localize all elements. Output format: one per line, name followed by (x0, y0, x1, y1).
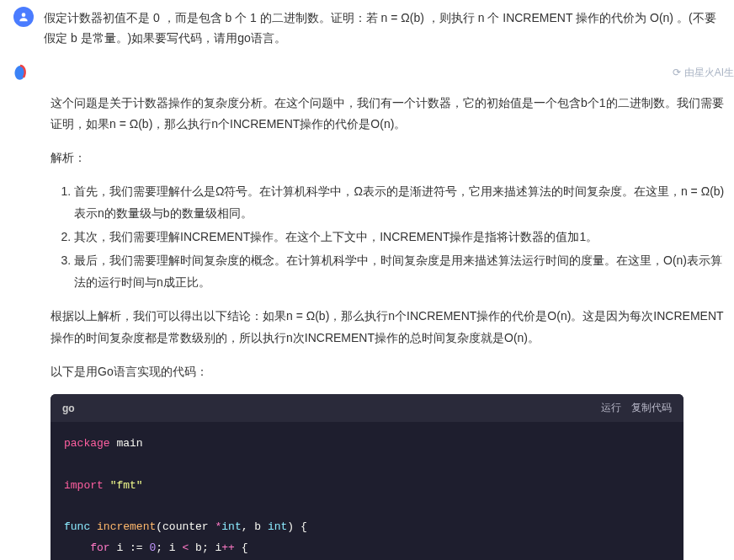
ai-ordered-list: 首先，我们需要理解什么是Ω符号。在计算机科学中，Ω表示的是渐进符号，它用来描述算… (51, 181, 726, 293)
list-item: 其次，我们需要理解INCREMENT操作。在这个上下文中，INCREMENT操作… (74, 227, 726, 248)
code-content[interactable]: package main import "fmt" func increment… (51, 422, 683, 560)
copy-code-button[interactable]: 复制代码 (631, 401, 672, 415)
ai-paragraph: 这个问题是关于计数器操作的复杂度分析。在这个问题中，我们有一个计数器，它的初始值… (51, 93, 726, 136)
user-message-text: 假定计数器初值不是 0 ，而是包含 b 个 1 的二进制数。证明：若 n = Ω… (44, 7, 721, 49)
ai-response: 这个问题是关于计数器操作的复杂度分析。在这个问题中，我们有一个计数器，它的初始值… (0, 86, 734, 383)
ai-paragraph: 根据以上解析，我们可以得出以下结论：如果n = Ω(b)，那么执行n个INCRE… (51, 306, 726, 349)
user-avatar-icon (13, 7, 34, 27)
user-message: 假定计数器初值不是 0 ，而是包含 b 个 1 的二进制数。证明：若 n = Ω… (0, 0, 734, 59)
svg-point-0 (22, 13, 26, 17)
code-header: go 运行 复制代码 (51, 394, 683, 422)
ai-paragraph: 以下是用Go语言实现的代码： (51, 361, 726, 383)
ai-source-badge: ⟳ 由星火AI生 (673, 59, 734, 80)
ai-avatar-icon (8, 62, 32, 86)
code-block: go 运行 复制代码 package main import "fmt" fun… (51, 394, 683, 560)
code-language-label: go (62, 403, 75, 414)
code-actions: 运行 复制代码 (601, 401, 672, 415)
ai-paragraph: 解析： (51, 147, 726, 169)
ai-header-row: ⟳ 由星火AI生 (0, 59, 734, 86)
list-item: 最后，我们需要理解时间复杂度的概念。在计算机科学中，时间复杂度是用来描述算法运行… (74, 250, 726, 294)
run-code-button[interactable]: 运行 (601, 401, 621, 415)
list-item: 首先，我们需要理解什么是Ω符号。在计算机科学中，Ω表示的是渐进符号，它用来描述算… (74, 181, 726, 225)
